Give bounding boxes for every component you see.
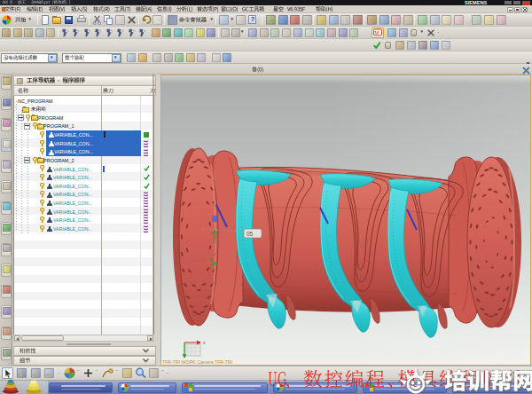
svg-text:M: M <box>375 30 379 35</box>
svg-text:x: x <box>203 340 206 345</box>
svg-text:05: 05 <box>246 231 254 237</box>
